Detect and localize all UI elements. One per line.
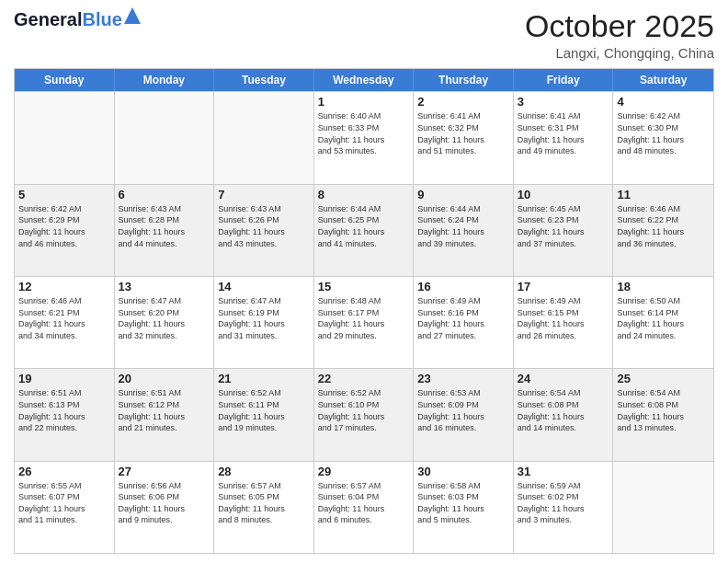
- calendar-cell: 13Sunrise: 6:47 AM Sunset: 6:20 PM Dayli…: [115, 277, 215, 368]
- calendar-cell: 10Sunrise: 6:45 AM Sunset: 6:23 PM Dayli…: [514, 185, 614, 276]
- day-info: Sunrise: 6:46 AM Sunset: 6:21 PM Dayligh…: [18, 295, 110, 341]
- day-number: 1: [318, 95, 410, 109]
- day-number: 31: [518, 465, 609, 478]
- day-number: 27: [119, 465, 210, 478]
- day-info: Sunrise: 6:57 AM Sunset: 6:05 PM Dayligh…: [218, 480, 310, 526]
- day-number: 17: [518, 280, 609, 293]
- calendar-cell: 28Sunrise: 6:57 AM Sunset: 6:05 PM Dayli…: [214, 462, 314, 553]
- weekday-header: Wednesday: [314, 69, 415, 91]
- calendar-cell: 31Sunrise: 6:59 AM Sunset: 6:02 PM Dayli…: [514, 462, 614, 553]
- calendar-cell: 17Sunrise: 6:49 AM Sunset: 6:15 PM Dayli…: [514, 277, 614, 368]
- day-number: 26: [18, 465, 110, 478]
- day-number: 18: [617, 280, 710, 293]
- calendar-cell: 18Sunrise: 6:50 AM Sunset: 6:14 PM Dayli…: [613, 277, 713, 368]
- calendar-cell: [613, 462, 713, 553]
- calendar-cell: 27Sunrise: 6:56 AM Sunset: 6:06 PM Dayli…: [115, 462, 215, 553]
- day-info: Sunrise: 6:54 AM Sunset: 6:08 PM Dayligh…: [518, 387, 609, 433]
- calendar-row: 12Sunrise: 6:46 AM Sunset: 6:21 PM Dayli…: [15, 276, 713, 368]
- calendar-cell: [115, 92, 215, 183]
- calendar-cell: [15, 92, 115, 183]
- weekday-header: Tuesday: [214, 69, 314, 91]
- day-number: 25: [617, 372, 710, 385]
- day-info: Sunrise: 6:55 AM Sunset: 6:07 PM Dayligh…: [18, 480, 110, 526]
- day-number: 8: [318, 188, 410, 201]
- calendar-cell: 14Sunrise: 6:47 AM Sunset: 6:19 PM Dayli…: [214, 277, 314, 368]
- calendar-row: 1Sunrise: 6:40 AM Sunset: 6:33 PM Daylig…: [15, 91, 713, 183]
- day-info: Sunrise: 6:59 AM Sunset: 6:02 PM Dayligh…: [518, 480, 609, 526]
- day-number: 16: [417, 280, 509, 293]
- weekday-header: Thursday: [414, 69, 514, 91]
- day-info: Sunrise: 6:58 AM Sunset: 6:03 PM Dayligh…: [417, 480, 509, 526]
- weekday-header: Sunday: [15, 69, 115, 91]
- day-info: Sunrise: 6:42 AM Sunset: 6:29 PM Dayligh…: [18, 203, 110, 249]
- day-number: 14: [218, 280, 310, 293]
- calendar-row: 19Sunrise: 6:51 AM Sunset: 6:13 PM Dayli…: [15, 368, 713, 460]
- day-info: Sunrise: 6:42 AM Sunset: 6:30 PM Dayligh…: [617, 110, 710, 156]
- calendar-cell: 3Sunrise: 6:41 AM Sunset: 6:31 PM Daylig…: [514, 92, 614, 183]
- calendar-cell: 29Sunrise: 6:57 AM Sunset: 6:04 PM Dayli…: [314, 462, 415, 553]
- day-number: 20: [119, 372, 210, 385]
- calendar-cell: 21Sunrise: 6:52 AM Sunset: 6:11 PM Dayli…: [214, 369, 314, 460]
- day-info: Sunrise: 6:43 AM Sunset: 6:26 PM Dayligh…: [218, 203, 310, 249]
- day-info: Sunrise: 6:41 AM Sunset: 6:32 PM Dayligh…: [417, 110, 509, 156]
- calendar-cell: 12Sunrise: 6:46 AM Sunset: 6:21 PM Dayli…: [15, 277, 115, 368]
- calendar-cell: 1Sunrise: 6:40 AM Sunset: 6:33 PM Daylig…: [314, 92, 415, 183]
- calendar-cell: 6Sunrise: 6:43 AM Sunset: 6:28 PM Daylig…: [115, 185, 215, 276]
- day-number: 2: [417, 95, 509, 109]
- day-info: Sunrise: 6:52 AM Sunset: 6:11 PM Dayligh…: [218, 387, 310, 433]
- calendar-row: 5Sunrise: 6:42 AM Sunset: 6:29 PM Daylig…: [15, 184, 713, 276]
- calendar-cell: 2Sunrise: 6:41 AM Sunset: 6:32 PM Daylig…: [414, 92, 514, 183]
- day-number: 13: [119, 280, 210, 293]
- calendar-cell: 24Sunrise: 6:54 AM Sunset: 6:08 PM Dayli…: [514, 369, 614, 460]
- day-info: Sunrise: 6:57 AM Sunset: 6:04 PM Dayligh…: [318, 480, 410, 526]
- calendar-cell: 26Sunrise: 6:55 AM Sunset: 6:07 PM Dayli…: [15, 462, 115, 553]
- day-info: Sunrise: 6:51 AM Sunset: 6:12 PM Dayligh…: [119, 387, 210, 433]
- day-number: 10: [518, 188, 609, 201]
- calendar-cell: 9Sunrise: 6:44 AM Sunset: 6:24 PM Daylig…: [414, 185, 514, 276]
- day-info: Sunrise: 6:44 AM Sunset: 6:25 PM Dayligh…: [318, 203, 410, 249]
- calendar-cell: 15Sunrise: 6:48 AM Sunset: 6:17 PM Dayli…: [314, 277, 415, 368]
- day-number: 7: [218, 188, 310, 201]
- day-info: Sunrise: 6:44 AM Sunset: 6:24 PM Dayligh…: [417, 203, 509, 249]
- calendar-cell: [214, 92, 314, 183]
- calendar-cell: 11Sunrise: 6:46 AM Sunset: 6:22 PM Dayli…: [613, 185, 713, 276]
- day-info: Sunrise: 6:40 AM Sunset: 6:33 PM Dayligh…: [318, 110, 410, 156]
- day-number: 4: [617, 95, 710, 109]
- logo-triangle-icon: [124, 7, 141, 24]
- calendar-cell: 8Sunrise: 6:44 AM Sunset: 6:25 PM Daylig…: [314, 185, 415, 276]
- header: GeneralBlue October 2025 Langxi, Chongqi…: [14, 9, 714, 61]
- day-info: Sunrise: 6:48 AM Sunset: 6:17 PM Dayligh…: [318, 295, 410, 341]
- day-number: 6: [119, 188, 210, 201]
- calendar-cell: 7Sunrise: 6:43 AM Sunset: 6:26 PM Daylig…: [214, 185, 314, 276]
- day-info: Sunrise: 6:50 AM Sunset: 6:14 PM Dayligh…: [617, 295, 710, 341]
- day-number: 24: [518, 372, 609, 385]
- day-info: Sunrise: 6:45 AM Sunset: 6:23 PM Dayligh…: [518, 203, 609, 249]
- day-number: 12: [18, 280, 110, 293]
- calendar-body: 1Sunrise: 6:40 AM Sunset: 6:33 PM Daylig…: [15, 91, 713, 553]
- day-info: Sunrise: 6:49 AM Sunset: 6:15 PM Dayligh…: [518, 295, 609, 341]
- day-number: 29: [318, 465, 410, 478]
- day-number: 30: [417, 465, 509, 478]
- calendar: SundayMondayTuesdayWednesdayThursdayFrid…: [14, 68, 714, 554]
- logo-general-text: General: [14, 9, 82, 29]
- calendar-cell: 4Sunrise: 6:42 AM Sunset: 6:30 PM Daylig…: [613, 92, 713, 183]
- calendar-cell: 25Sunrise: 6:54 AM Sunset: 6:08 PM Dayli…: [613, 369, 713, 460]
- day-number: 22: [318, 372, 410, 385]
- day-info: Sunrise: 6:46 AM Sunset: 6:22 PM Dayligh…: [617, 203, 710, 249]
- day-info: Sunrise: 6:51 AM Sunset: 6:13 PM Dayligh…: [18, 387, 110, 433]
- day-info: Sunrise: 6:47 AM Sunset: 6:20 PM Dayligh…: [119, 295, 210, 341]
- title-area: October 2025 Langxi, Chongqing, China: [525, 9, 714, 61]
- calendar-cell: 19Sunrise: 6:51 AM Sunset: 6:13 PM Dayli…: [15, 369, 115, 460]
- day-info: Sunrise: 6:49 AM Sunset: 6:16 PM Dayligh…: [417, 295, 509, 341]
- day-info: Sunrise: 6:43 AM Sunset: 6:28 PM Dayligh…: [119, 203, 210, 249]
- calendar-cell: 5Sunrise: 6:42 AM Sunset: 6:29 PM Daylig…: [15, 185, 115, 276]
- day-number: 23: [417, 372, 509, 385]
- calendar-header: SundayMondayTuesdayWednesdayThursdayFrid…: [15, 69, 713, 91]
- day-number: 28: [218, 465, 310, 478]
- day-number: 9: [417, 188, 509, 201]
- svg-marker-0: [124, 7, 141, 24]
- weekday-header: Monday: [115, 69, 215, 91]
- logo-blue-text: Blue: [82, 9, 121, 29]
- day-info: Sunrise: 6:53 AM Sunset: 6:09 PM Dayligh…: [417, 387, 509, 433]
- day-info: Sunrise: 6:52 AM Sunset: 6:10 PM Dayligh…: [318, 387, 410, 433]
